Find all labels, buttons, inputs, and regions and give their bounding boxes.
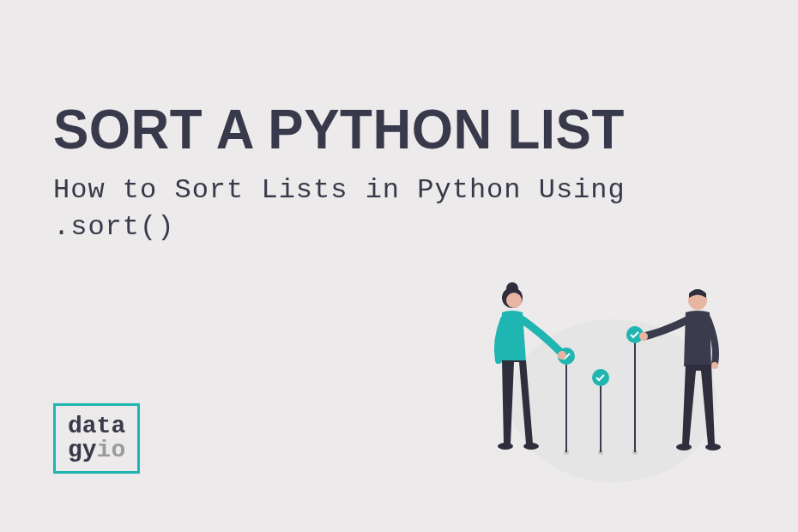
datagy-logo: data gyio: [53, 403, 140, 474]
logo-line-1: data: [68, 414, 125, 438]
svg-point-14: [498, 443, 513, 450]
svg-point-20: [705, 444, 721, 450]
logo-gy: gy: [68, 437, 97, 463]
svg-point-15: [523, 443, 539, 450]
logo-io: io: [97, 437, 126, 463]
svg-point-17: [639, 332, 648, 341]
svg-point-18: [711, 362, 718, 369]
people-illustration: [476, 251, 751, 491]
main-title: SORT A PYTHON LIST: [53, 97, 625, 161]
svg-point-12: [506, 293, 522, 308]
svg-point-19: [676, 444, 692, 450]
svg-point-13: [558, 351, 566, 360]
svg-point-11: [506, 282, 518, 294]
subtitle: How to Sort Lists in Python Using .sort(…: [53, 172, 654, 245]
logo-line-2: gyio: [68, 438, 125, 462]
